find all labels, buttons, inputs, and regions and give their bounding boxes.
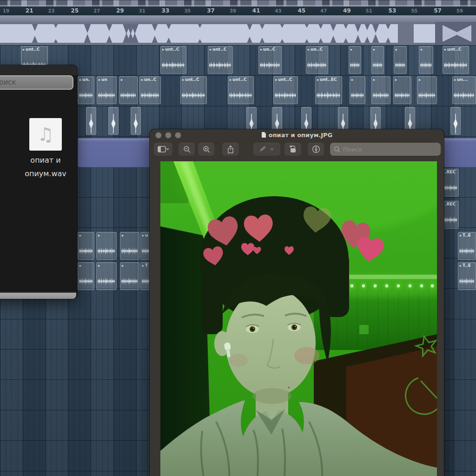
- clip-label: ▸unt..C: [228, 77, 253, 82]
- audio-clip[interactable]: ▸: [417, 76, 437, 104]
- clip-play-icon: ▸: [444, 47, 446, 52]
- clip-play-icon: ▸: [99, 78, 100, 82]
- ruler-number: 19: [3, 8, 9, 13]
- spike-clip[interactable]: [450, 107, 461, 135]
- clip-play-icon: ▸: [141, 78, 143, 82]
- file-search-window[interactable]: Поиск ♫ опиат и опиум.wav: [0, 65, 77, 299]
- preview-titlebar[interactable]: опиат и опиум.JPG: [150, 129, 444, 141]
- audio-clip[interactable]: ▸unt..C: [273, 76, 298, 104]
- clip-play-icon: ▸: [260, 47, 262, 52]
- clip-label: ▸un...: [453, 77, 476, 82]
- preview-window[interactable]: опиат и опиум.JPG Поиск: [150, 129, 444, 476]
- sidebar-toggle-button[interactable]: [154, 143, 172, 156]
- clip-label: ▸: [394, 77, 411, 82]
- clip-play-icon: ▸: [351, 78, 353, 82]
- clip-play-icon: ▸: [373, 47, 375, 52]
- ruler-number: 33: [162, 7, 170, 14]
- clip-play-icon: ▸: [122, 233, 124, 238]
- audio-clip[interactable]: ▸un..C: [258, 46, 282, 74]
- file-search-window-bottom-bar[interactable]: [0, 292, 76, 299]
- spike-clip[interactable]: [108, 107, 119, 135]
- clip-play-icon: ▸: [317, 78, 319, 82]
- audio-clip[interactable]: ▸un..C: [139, 76, 161, 104]
- clip-play-icon: ▸: [460, 264, 462, 268]
- audio-clip[interactable]: ▸unt..C: [180, 76, 207, 104]
- spike-clip[interactable]: [131, 107, 141, 135]
- audio-clip[interactable]: ▸un...: [452, 76, 476, 104]
- spike-clip[interactable]: [86, 107, 96, 135]
- share-button[interactable]: [222, 143, 239, 156]
- selfie-image: [160, 161, 437, 476]
- clip-play-icon: ▸: [79, 233, 81, 238]
- audio-clip[interactable]: ▸: [96, 232, 117, 260]
- ruler-number: 49: [343, 7, 351, 14]
- audio-clip[interactable]: ▸T: [140, 262, 151, 290]
- ruler-shadow-band: [0, 15, 476, 22]
- ruler-number: 31: [139, 8, 145, 13]
- file-search-window-titlebar[interactable]: [0, 65, 77, 75]
- audio-clip[interactable]: ▸unt..C: [228, 76, 254, 104]
- audio-file-name[interactable]: опиат и опиум.wav: [0, 153, 92, 180]
- clip-play-icon: ▸: [142, 264, 144, 268]
- clip-label: ▸unt..C: [181, 77, 206, 82]
- clip-label: ▸: [372, 77, 390, 82]
- audio-clip[interactable]: ▸un.: [78, 76, 94, 104]
- audio-clip[interactable]: .REC: [443, 201, 459, 229]
- ruler-number: 57: [434, 7, 442, 14]
- audio-clip[interactable]: ▸: [349, 46, 361, 74]
- audio-clip[interactable]: ▸unt..C: [443, 46, 469, 74]
- clip-play-icon: ▸: [395, 78, 397, 82]
- ruler-number: 59: [456, 8, 463, 13]
- audio-clip[interactable]: ▸unt..EC: [315, 76, 342, 104]
- audio-clip[interactable]: ▸: [371, 46, 384, 74]
- audio-clip[interactable]: ▸: [350, 76, 365, 104]
- clip-label: ▸: [78, 263, 94, 268]
- audio-clip[interactable]: ▸: [119, 76, 138, 104]
- timeline-ruler[interactable]: 1921232527293133353739414345474951535557…: [0, 7, 476, 16]
- audio-clip[interactable]: ▸: [393, 76, 411, 104]
- clip-play-icon: ▸: [122, 264, 124, 268]
- audio-clip[interactable]: ▸un..C: [306, 46, 328, 74]
- audio-clip[interactable]: ▸unt..C: [208, 46, 233, 74]
- zoom-out-button[interactable]: [178, 143, 195, 156]
- audio-clip[interactable]: ▸unt..C: [160, 46, 186, 74]
- ruler-number: 23: [48, 8, 55, 13]
- clip-play-icon: ▸: [275, 78, 277, 82]
- search-icon: [334, 146, 340, 152]
- audio-clip[interactable]: ▸T..E: [458, 262, 476, 290]
- audio-clip[interactable]: ▸: [120, 232, 139, 260]
- audio-clip[interactable]: ▸un: [97, 76, 117, 104]
- clip-label: ▸unt..EC: [316, 77, 342, 82]
- audio-clip[interactable]: ▸: [96, 262, 117, 290]
- audio-clip[interactable]: ▸: [78, 262, 94, 290]
- audio-clip[interactable]: ▸: [419, 46, 433, 74]
- audio-clip[interactable]: ▸u: [140, 232, 151, 260]
- audio-clip[interactable]: ▸T..E: [458, 232, 476, 260]
- audio-clip[interactable]: ▸: [394, 46, 407, 74]
- clip-label: ▸: [417, 77, 436, 82]
- preview-window-title: опиат и опиум.JPG: [150, 132, 444, 139]
- clip-label: ▸: [97, 232, 116, 238]
- audio-clip[interactable]: .REC: [443, 169, 459, 197]
- preview-search-field[interactable]: Поиск: [330, 143, 441, 156]
- audio-clip[interactable]: ▸: [120, 262, 139, 290]
- clip-play-icon: ▸: [142, 233, 144, 238]
- markup-toolbar-button[interactable]: [308, 143, 324, 156]
- zoom-in-button[interactable]: [198, 143, 214, 156]
- clip-label: ▸un..C: [259, 46, 281, 52]
- markup-pencil-button[interactable]: [253, 143, 280, 156]
- file-search-input[interactable]: Поиск: [0, 75, 73, 90]
- clip-play-icon: ▸: [373, 78, 375, 82]
- playlist-scroll-strip[interactable]: [0, 0, 476, 7]
- clip-label: ▸unt..C: [443, 46, 469, 52]
- audio-clip[interactable]: ▸: [371, 76, 390, 104]
- clip-play-icon: ▸: [210, 47, 212, 52]
- clip-label: ▸: [372, 46, 383, 52]
- arrangement-waveform-overview[interactable]: [0, 22, 476, 45]
- audio-clip[interactable]: ▸: [78, 232, 94, 260]
- rotate-left-button[interactable]: [284, 143, 301, 156]
- clip-label: ▸: [120, 263, 139, 268]
- audio-file-icon[interactable]: ♫: [29, 118, 62, 151]
- clip-label: ▸: [350, 77, 365, 82]
- clip-label: ▸un..C: [306, 46, 328, 52]
